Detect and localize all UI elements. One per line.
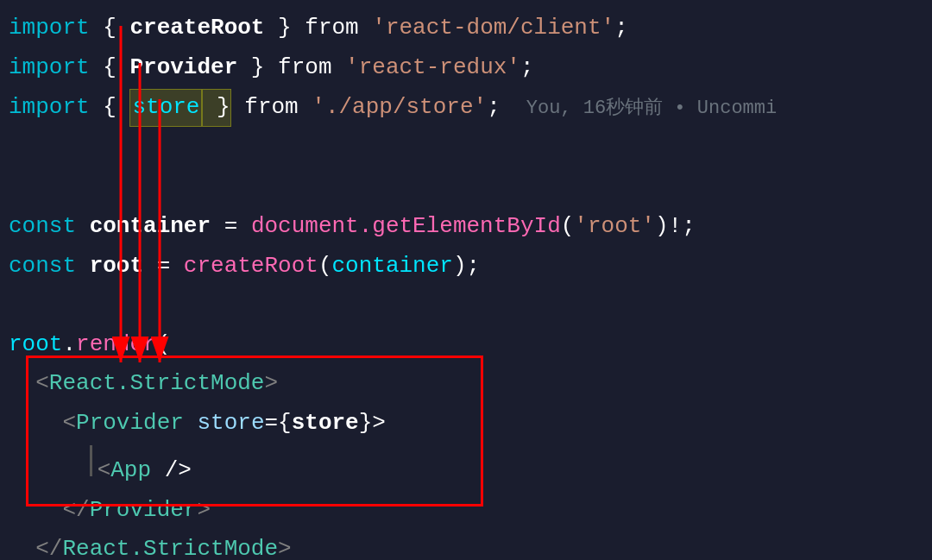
- jsx-close-strictmode: </: [35, 532, 62, 560]
- code-line-6: root . render (: [9, 325, 932, 365]
- git-blame-text: You, 16秒钟前 • Uncommi: [526, 93, 777, 123]
- indent-2a: [9, 406, 62, 442]
- from-2: from: [278, 50, 331, 86]
- string-reactredux: 'react-redux': [345, 50, 520, 86]
- string-root: 'root': [574, 209, 655, 245]
- var-container: container: [332, 249, 453, 285]
- code-line-10: </ Provider >: [9, 491, 932, 531]
- code-line-5: const root = createRoot ( container );: [9, 247, 932, 286]
- string-reactdom: 'react-dom/client': [372, 10, 614, 47]
- jsx-close-bracket-strict: >: [264, 366, 278, 402]
- code-line-7: < React.StrictMode >: [9, 364, 932, 404]
- punct-17: );: [453, 249, 480, 285]
- punct-8: }: [202, 89, 230, 127]
- ident-provider: Provider: [129, 50, 237, 86]
- code-line-9: < App />: [9, 444, 932, 491]
- punct-2: }: [264, 10, 305, 47]
- keyword-import-3: import: [9, 90, 90, 126]
- punct-12: (: [561, 209, 575, 245]
- from-3: from: [231, 90, 299, 126]
- punct-15: =: [143, 249, 184, 285]
- fn-createroot: createRoot: [184, 249, 318, 285]
- code-line-11: </ React.StrictMode >: [9, 530, 932, 560]
- jsx-close-bracket-provider: >: [197, 493, 211, 529]
- punct-13: )!;: [655, 209, 696, 245]
- punct-10: [76, 209, 90, 245]
- punct-semi-3: ;: [487, 90, 501, 126]
- code-line-empty-1: [9, 129, 932, 168]
- fn-getelementbyid: document.getElementById: [251, 209, 561, 245]
- punct-22: }>: [359, 406, 386, 442]
- string-appstore: './app/store': [312, 90, 487, 126]
- code-line-8: < Provider store ={ store }>: [9, 404, 932, 444]
- punct-16: (: [318, 249, 332, 285]
- punct-3: [359, 10, 373, 47]
- jsx-tag-app: App: [110, 453, 151, 489]
- punct-1: {: [90, 10, 130, 47]
- ident-createroot: createRoot: [129, 10, 264, 47]
- ident-store-val: store: [292, 406, 359, 442]
- ident-root: root: [90, 249, 143, 285]
- jsx-tag-provider-open: Provider: [76, 406, 184, 442]
- jsx-tag-provider-close: Provider: [90, 493, 198, 529]
- punct-app-self-close: />: [151, 453, 192, 489]
- fn-render: render: [76, 327, 157, 363]
- indent-2b: [9, 493, 62, 529]
- jsx-tag-strictmode-close: React.StrictMode: [62, 532, 278, 560]
- code-line-empty-2: [9, 167, 932, 207]
- code-line-3: import { store } from './app/store' ; Yo…: [9, 87, 932, 129]
- keyword-import-2: import: [9, 50, 90, 86]
- punct-semi-2: ;: [520, 50, 534, 86]
- jsx-open-strict: <: [35, 366, 49, 402]
- attr-store: store: [197, 406, 264, 442]
- keyword-const-2: const: [9, 249, 76, 285]
- code-line-4: const container = document.getElementByI…: [9, 207, 932, 247]
- punct-19: (: [157, 327, 171, 363]
- punct-14: [76, 249, 90, 285]
- code-editor: import { createRoot } from 'react-dom/cl…: [0, 0, 932, 560]
- indent-3a: [9, 453, 90, 489]
- indent-1a: [9, 366, 35, 402]
- var-root: root: [9, 327, 62, 363]
- keyword-import-1: import: [9, 10, 90, 47]
- punct-5: }: [237, 50, 278, 86]
- from-1: from: [305, 10, 358, 47]
- vertical-bar: [90, 445, 92, 476]
- keyword-const-1: const: [9, 209, 76, 245]
- punct-semi-1: ;: [614, 10, 628, 47]
- punct-6: [332, 50, 346, 86]
- jsx-open-provider: <: [62, 406, 76, 442]
- punct-7: {: [90, 90, 130, 126]
- jsx-close-bracket-strictmode: >: [278, 532, 292, 560]
- punct-21: ={: [264, 406, 291, 442]
- punct-18: .: [62, 327, 76, 363]
- jsx-tag-strictmode-open: React.StrictMode: [49, 366, 265, 402]
- ident-store-highlight: store: [129, 89, 202, 127]
- punct-11: =: [211, 209, 251, 245]
- ident-container: container: [90, 209, 211, 245]
- code-line-2: import { Provider } from 'react-redux' ;: [9, 48, 932, 88]
- code-line-1: import { createRoot } from 'react-dom/cl…: [9, 9, 932, 48]
- punct-20: [184, 406, 198, 442]
- jsx-close-provider: </: [62, 493, 89, 529]
- code-line-empty-3: [9, 286, 932, 325]
- indent-1b: [9, 532, 35, 560]
- jsx-open-app: <: [98, 453, 111, 489]
- punct-4: {: [90, 50, 130, 86]
- punct-9: [299, 90, 312, 126]
